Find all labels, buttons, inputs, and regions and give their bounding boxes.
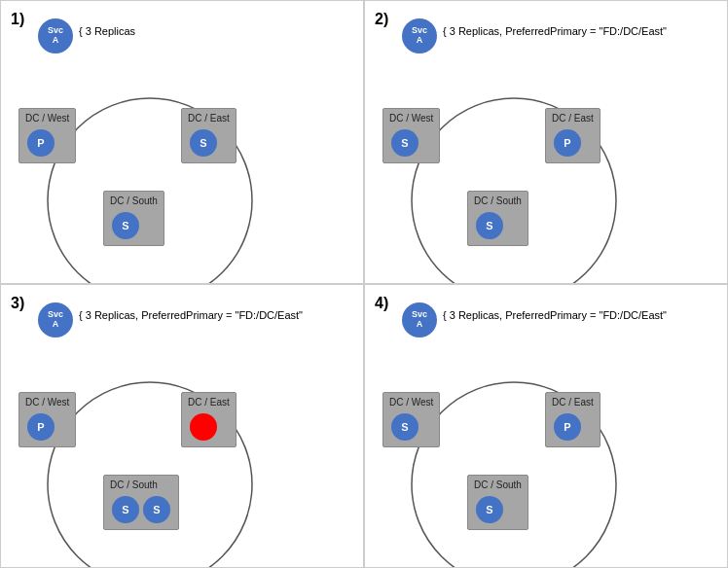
replica-q4-2-0: S — [476, 496, 503, 523]
replica-q4-1-0: P — [554, 413, 581, 441]
ellipse-q4 — [370, 343, 672, 568]
replica-q3-2-0: S — [112, 496, 139, 523]
quad-label-q3: 3) — [11, 295, 24, 312]
svc-badge-q1: SvcA — [38, 18, 73, 53]
dc-box-title-q2-1: DC / East — [552, 113, 594, 124]
dc-box-title-q3-2: DC / South — [110, 479, 172, 490]
replica-q2-2-0: S — [476, 212, 503, 239]
ellipse-q3 — [6, 343, 308, 568]
dc-box-q2-2: DC / SouthS — [467, 191, 528, 246]
dc-box-q4-1: DC / EastP — [545, 392, 601, 447]
dc-box-q3-2: DC / SouthSS — [103, 475, 179, 530]
dc-box-title-q1-2: DC / South — [110, 195, 158, 206]
dc-box-q1-0: DC / WestP — [18, 108, 76, 163]
dc-box-title-q1-0: DC / West — [25, 113, 69, 124]
svc-badge-q4: SvcA — [402, 302, 437, 337]
dc-box-q1-2: DC / SouthS — [103, 191, 164, 246]
replica-q1-2-0: S — [112, 212, 139, 239]
quad-label-q2: 2) — [375, 11, 388, 28]
dc-box-q3-0: DC / WestP — [18, 392, 76, 447]
dc-box-title-q3-1: DC / East — [188, 397, 230, 408]
dc-box-q2-1: DC / EastP — [545, 108, 601, 163]
quad-label-q1: 1) — [11, 11, 24, 28]
svc-badge-q2: SvcA — [402, 18, 437, 53]
quadrant-q4: 4)SvcA{ 3 Replicas, PreferredPrimary = "… — [364, 284, 728, 568]
replica-q4-0-0: S — [391, 413, 419, 441]
quadrant-q1: 1)SvcA{ 3 ReplicasDC / WestPDC / EastSDC… — [0, 0, 364, 284]
svc-badge-q3: SvcA — [38, 302, 73, 337]
replica-q3-2-1: S — [143, 496, 170, 523]
replica-q1-1-0: S — [190, 129, 217, 157]
dc-box-q2-0: DC / WestS — [382, 108, 440, 163]
replica-q3-1-0 — [190, 413, 217, 441]
brace-label-q4: { 3 Replicas, PreferredPrimary = "FD:/DC… — [443, 309, 667, 321]
ellipse-q2 — [370, 59, 672, 284]
dc-box-q4-2: DC / SouthS — [467, 475, 528, 530]
dc-box-title-q2-2: DC / South — [474, 195, 522, 206]
quad-label-q4: 4) — [375, 295, 388, 312]
replica-q1-0-0: P — [27, 129, 55, 157]
dc-box-title-q4-2: DC / South — [474, 479, 522, 490]
dc-box-title-q2-0: DC / West — [389, 113, 433, 124]
quadrant-q3: 3)SvcA{ 3 Replicas, PreferredPrimary = "… — [0, 284, 364, 568]
dc-box-title-q1-1: DC / East — [188, 113, 230, 124]
dc-box-q1-1: DC / EastS — [181, 108, 237, 163]
ellipse-q1 — [6, 59, 308, 284]
replica-q2-1-0: P — [554, 129, 581, 157]
dc-box-title-q4-0: DC / West — [389, 397, 433, 408]
brace-label-q3: { 3 Replicas, PreferredPrimary = "FD:/DC… — [79, 309, 303, 321]
dc-box-q4-0: DC / WestS — [382, 392, 440, 447]
replica-q3-0-0: P — [27, 413, 55, 441]
dc-box-title-q3-0: DC / West — [25, 397, 69, 408]
dc-box-title-q4-1: DC / East — [552, 397, 594, 408]
brace-label-q1: { 3 Replicas — [79, 25, 135, 37]
brace-label-q2: { 3 Replicas, PreferredPrimary = "FD:/DC… — [443, 25, 667, 37]
quadrant-q2: 2)SvcA{ 3 Replicas, PreferredPrimary = "… — [364, 0, 728, 284]
main-grid: 1)SvcA{ 3 ReplicasDC / WestPDC / EastSDC… — [0, 0, 728, 568]
dc-box-q3-1: DC / East — [181, 392, 237, 447]
replica-q2-0-0: S — [391, 129, 419, 157]
